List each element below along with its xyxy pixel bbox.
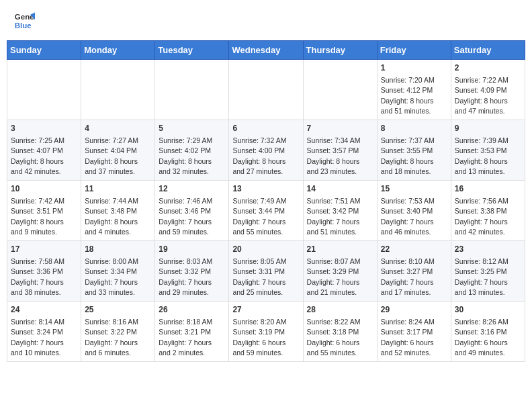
calendar-cell	[229, 60, 303, 120]
day-info: Sunrise: 8:12 AM Sunset: 3:25 PM Dayligh…	[455, 257, 508, 296]
day-number: 4	[85, 123, 151, 134]
calendar-cell: 16Sunrise: 7:56 AM Sunset: 3:38 PM Dayli…	[451, 181, 525, 241]
calendar-cell: 17Sunrise: 7:58 AM Sunset: 3:36 PM Dayli…	[7, 241, 81, 302]
calendar-cell: 22Sunrise: 8:10 AM Sunset: 3:27 PM Dayli…	[377, 241, 451, 302]
calendar-cell: 19Sunrise: 8:03 AM Sunset: 3:32 PM Dayli…	[155, 241, 229, 302]
weekday-header-row: SundayMondayTuesdayWednesdayThursdayFrid…	[7, 41, 525, 60]
calendar-cell: 4Sunrise: 7:27 AM Sunset: 4:04 PM Daylig…	[81, 120, 155, 181]
calendar-cell	[303, 60, 377, 120]
day-info: Sunrise: 7:58 AM Sunset: 3:36 PM Dayligh…	[11, 257, 64, 296]
day-number: 23	[455, 244, 521, 255]
calendar-cell: 20Sunrise: 8:05 AM Sunset: 3:31 PM Dayli…	[229, 241, 303, 302]
day-number: 3	[11, 123, 77, 134]
calendar-cell: 7Sunrise: 7:34 AM Sunset: 3:57 PM Daylig…	[303, 120, 377, 181]
day-number: 29	[381, 304, 447, 316]
weekday-header-saturday: Saturday	[451, 41, 525, 60]
day-info: Sunrise: 7:34 AM Sunset: 3:57 PM Dayligh…	[307, 136, 361, 175]
weekday-header-monday: Monday	[81, 41, 155, 60]
day-info: Sunrise: 8:14 AM Sunset: 3:24 PM Dayligh…	[11, 318, 64, 357]
calendar-cell: 24Sunrise: 8:14 AM Sunset: 3:24 PM Dayli…	[7, 302, 81, 362]
calendar-cell: 15Sunrise: 7:53 AM Sunset: 3:40 PM Dayli…	[377, 181, 451, 241]
day-number: 18	[85, 244, 151, 255]
day-number: 20	[232, 244, 299, 255]
day-info: Sunrise: 7:56 AM Sunset: 3:38 PM Dayligh…	[455, 197, 508, 236]
calendar-cell: 26Sunrise: 8:18 AM Sunset: 3:21 PM Dayli…	[155, 302, 229, 362]
day-info: Sunrise: 7:25 AM Sunset: 4:07 PM Dayligh…	[11, 136, 64, 175]
day-number: 6	[232, 123, 299, 134]
day-info: Sunrise: 7:53 AM Sunset: 3:40 PM Dayligh…	[381, 197, 435, 236]
day-number: 26	[159, 304, 225, 316]
day-number: 2	[455, 62, 521, 74]
page-header: General Blue	[7, 7, 525, 35]
calendar-cell: 14Sunrise: 7:51 AM Sunset: 3:42 PM Dayli…	[303, 181, 377, 241]
svg-text:Blue: Blue	[15, 21, 32, 30]
calendar-cell: 21Sunrise: 8:07 AM Sunset: 3:29 PM Dayli…	[303, 241, 377, 302]
calendar-cell	[81, 60, 155, 120]
day-number: 25	[85, 304, 151, 316]
day-number: 16	[455, 183, 521, 195]
day-info: Sunrise: 8:00 AM Sunset: 3:34 PM Dayligh…	[85, 257, 138, 296]
day-number: 28	[307, 304, 373, 316]
day-number: 7	[307, 123, 373, 134]
day-info: Sunrise: 8:16 AM Sunset: 3:22 PM Dayligh…	[85, 318, 138, 357]
day-number: 24	[11, 304, 77, 316]
day-info: Sunrise: 7:44 AM Sunset: 3:48 PM Dayligh…	[85, 197, 138, 236]
calendar-table: SundayMondayTuesdayWednesdayThursdayFrid…	[7, 40, 525, 362]
day-number: 1	[381, 62, 447, 74]
week-row-1: 1Sunrise: 7:20 AM Sunset: 4:12 PM Daylig…	[7, 60, 525, 120]
day-info: Sunrise: 8:07 AM Sunset: 3:29 PM Dayligh…	[307, 257, 361, 296]
day-number: 17	[11, 244, 77, 255]
calendar-cell: 28Sunrise: 8:22 AM Sunset: 3:18 PM Dayli…	[303, 302, 377, 362]
calendar-cell: 23Sunrise: 8:12 AM Sunset: 3:25 PM Dayli…	[451, 241, 525, 302]
calendar-cell: 29Sunrise: 8:24 AM Sunset: 3:17 PM Dayli…	[377, 302, 451, 362]
logo: General Blue	[13, 10, 38, 32]
weekday-header-tuesday: Tuesday	[155, 41, 229, 60]
day-info: Sunrise: 7:32 AM Sunset: 4:00 PM Dayligh…	[232, 136, 286, 175]
week-row-3: 10Sunrise: 7:42 AM Sunset: 3:51 PM Dayli…	[7, 181, 525, 241]
day-number: 21	[307, 244, 373, 255]
day-info: Sunrise: 8:22 AM Sunset: 3:18 PM Dayligh…	[307, 318, 361, 357]
week-row-2: 3Sunrise: 7:25 AM Sunset: 4:07 PM Daylig…	[7, 120, 525, 181]
day-info: Sunrise: 7:29 AM Sunset: 4:02 PM Dayligh…	[159, 136, 212, 175]
day-number: 11	[85, 183, 151, 195]
calendar-cell: 6Sunrise: 7:32 AM Sunset: 4:00 PM Daylig…	[229, 120, 303, 181]
calendar-cell: 30Sunrise: 8:26 AM Sunset: 3:16 PM Dayli…	[451, 302, 525, 362]
calendar-cell: 9Sunrise: 7:39 AM Sunset: 3:53 PM Daylig…	[451, 120, 525, 181]
day-info: Sunrise: 7:49 AM Sunset: 3:44 PM Dayligh…	[232, 197, 286, 236]
day-info: Sunrise: 8:10 AM Sunset: 3:27 PM Dayligh…	[381, 257, 435, 296]
day-info: Sunrise: 7:46 AM Sunset: 3:46 PM Dayligh…	[159, 197, 212, 236]
calendar-cell: 3Sunrise: 7:25 AM Sunset: 4:07 PM Daylig…	[7, 120, 81, 181]
calendar-cell: 1Sunrise: 7:20 AM Sunset: 4:12 PM Daylig…	[377, 60, 451, 120]
day-number: 27	[232, 304, 299, 316]
day-number: 13	[232, 183, 299, 195]
day-number: 8	[381, 123, 447, 134]
weekday-header-thursday: Thursday	[303, 41, 377, 60]
calendar-cell: 27Sunrise: 8:20 AM Sunset: 3:19 PM Dayli…	[229, 302, 303, 362]
day-info: Sunrise: 7:27 AM Sunset: 4:04 PM Dayligh…	[85, 136, 138, 175]
day-info: Sunrise: 8:05 AM Sunset: 3:31 PM Dayligh…	[232, 257, 286, 296]
weekday-header-friday: Friday	[377, 41, 451, 60]
day-number: 9	[455, 123, 521, 134]
calendar-cell: 25Sunrise: 8:16 AM Sunset: 3:22 PM Dayli…	[81, 302, 155, 362]
day-info: Sunrise: 8:24 AM Sunset: 3:17 PM Dayligh…	[381, 318, 435, 357]
logo-icon: General Blue	[13, 10, 35, 32]
day-info: Sunrise: 7:39 AM Sunset: 3:53 PM Dayligh…	[455, 136, 508, 175]
day-info: Sunrise: 8:20 AM Sunset: 3:19 PM Dayligh…	[232, 318, 286, 357]
weekday-header-wednesday: Wednesday	[229, 41, 303, 60]
calendar-cell: 13Sunrise: 7:49 AM Sunset: 3:44 PM Dayli…	[229, 181, 303, 241]
day-info: Sunrise: 7:37 AM Sunset: 3:55 PM Dayligh…	[381, 136, 435, 175]
week-row-4: 17Sunrise: 7:58 AM Sunset: 3:36 PM Dayli…	[7, 241, 525, 302]
calendar-cell: 18Sunrise: 8:00 AM Sunset: 3:34 PM Dayli…	[81, 241, 155, 302]
day-number: 19	[159, 244, 225, 255]
calendar-cell: 10Sunrise: 7:42 AM Sunset: 3:51 PM Dayli…	[7, 181, 81, 241]
week-row-5: 24Sunrise: 8:14 AM Sunset: 3:24 PM Dayli…	[7, 302, 525, 362]
day-number: 22	[381, 244, 447, 255]
day-number: 12	[159, 183, 225, 195]
weekday-header-sunday: Sunday	[7, 41, 81, 60]
day-info: Sunrise: 7:20 AM Sunset: 4:12 PM Dayligh…	[381, 76, 435, 115]
day-number: 15	[381, 183, 447, 195]
day-number: 5	[159, 123, 225, 134]
calendar-cell: 2Sunrise: 7:22 AM Sunset: 4:09 PM Daylig…	[451, 60, 525, 120]
day-info: Sunrise: 7:42 AM Sunset: 3:51 PM Dayligh…	[11, 197, 64, 236]
calendar-cell: 11Sunrise: 7:44 AM Sunset: 3:48 PM Dayli…	[81, 181, 155, 241]
